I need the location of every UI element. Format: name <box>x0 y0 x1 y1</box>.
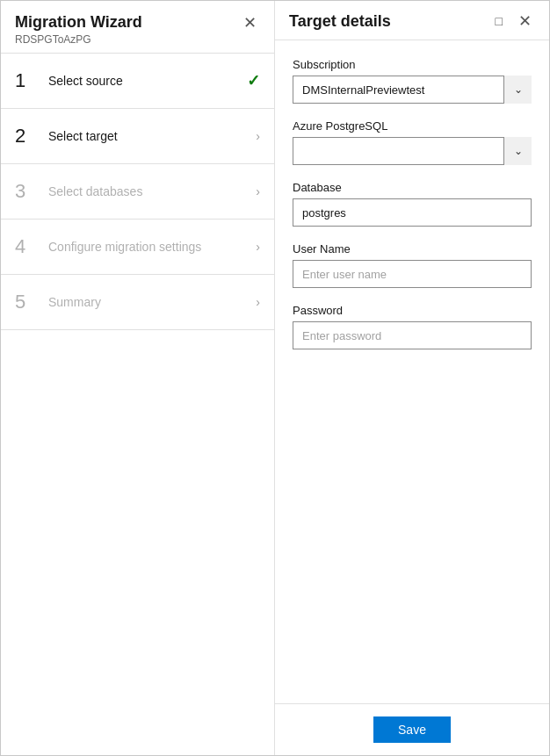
step-4-chevron-icon: › <box>256 240 260 254</box>
right-content: Subscription DMSInternalPreviewtest ⌄ Az… <box>275 40 549 703</box>
azure-postgresql-select[interactable] <box>293 137 532 165</box>
step-2-chevron-icon: › <box>256 129 260 143</box>
subscription-select-wrapper: DMSInternalPreviewtest ⌄ <box>293 76 532 104</box>
left-header: Migration Wizard RDSPGToAzPG ✕ <box>1 1 274 54</box>
azure-postgresql-select-wrapper: ⌄ <box>293 137 532 165</box>
username-group: User Name <box>293 242 532 288</box>
maximize-button[interactable]: □ <box>492 11 506 31</box>
right-panel-title: Target details <box>289 12 391 31</box>
step-5-number: 5 <box>15 291 41 313</box>
step-2-label: Select target <box>48 129 256 143</box>
step-1-label: Select source <box>48 74 247 88</box>
save-button[interactable]: Save <box>373 716 451 743</box>
step-1-number: 1 <box>15 69 41 92</box>
wizard-steps: 1 Select source ✓ 2 Select target › 3 Se… <box>1 54 274 755</box>
step-5-label: Summary <box>48 295 256 309</box>
wizard-close-button[interactable]: ✕ <box>240 13 260 32</box>
step-1[interactable]: 1 Select source ✓ <box>1 54 274 109</box>
right-header-icons: □ ✕ <box>492 11 535 31</box>
azure-postgresql-group: Azure PostgreSQL ⌄ <box>293 119 532 165</box>
right-panel: Target details □ ✕ Subscription DMSInter… <box>275 1 549 755</box>
step-2[interactable]: 2 Select target › <box>1 109 274 164</box>
password-input[interactable] <box>293 321 532 349</box>
azure-postgresql-label: Azure PostgreSQL <box>293 119 532 133</box>
step-4-label: Configure migration settings <box>48 240 256 254</box>
database-group: Database <box>293 181 532 227</box>
step-3-number: 3 <box>15 180 41 203</box>
step-4-number: 4 <box>15 235 41 258</box>
step-3-label: Select databases <box>48 184 256 198</box>
step-5-chevron-icon: › <box>256 295 260 309</box>
step-1-check-icon: ✓ <box>247 71 260 90</box>
right-close-button[interactable]: ✕ <box>515 11 535 31</box>
subscription-select[interactable]: DMSInternalPreviewtest <box>293 76 532 104</box>
wizard-subtitle: RDSPGToAzPG <box>15 33 142 46</box>
wizard-title: Migration Wizard <box>15 13 142 32</box>
step-5: 5 Summary › <box>1 275 274 330</box>
step-3-chevron-icon: › <box>256 184 260 198</box>
subscription-label: Subscription <box>293 58 532 71</box>
username-label: User Name <box>293 242 532 256</box>
password-label: Password <box>293 304 532 317</box>
database-label: Database <box>293 181 532 194</box>
step-2-number: 2 <box>15 125 41 148</box>
username-input[interactable] <box>293 260 532 288</box>
right-footer: Save <box>275 703 549 755</box>
left-header-text: Migration Wizard RDSPGToAzPG <box>15 13 142 46</box>
database-input[interactable] <box>293 198 532 227</box>
subscription-group: Subscription DMSInternalPreviewtest ⌄ <box>293 58 532 104</box>
step-3: 3 Select databases › <box>1 164 274 220</box>
step-4: 4 Configure migration settings › <box>1 220 274 275</box>
password-group: Password <box>293 304 532 349</box>
left-panel: Migration Wizard RDSPGToAzPG ✕ 1 Select … <box>1 1 275 755</box>
right-header: Target details □ ✕ <box>275 1 549 40</box>
